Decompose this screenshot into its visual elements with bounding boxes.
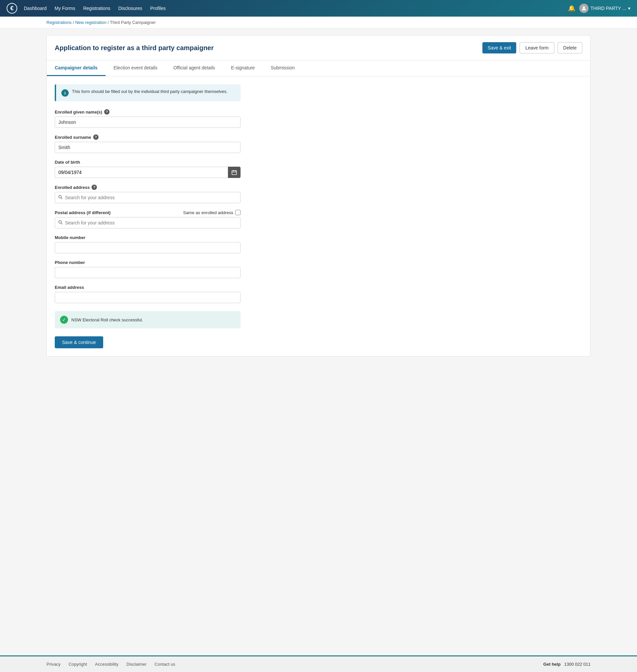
delete-button[interactable]: Delete	[558, 42, 582, 53]
dob-wrapper	[55, 167, 240, 178]
form-card: Application to register as a third party…	[47, 35, 590, 357]
postal-address-field-group: Postal address (if different) Same as en…	[55, 210, 582, 228]
given-name-label: Enrolled given name(s) ?	[55, 109, 582, 114]
main-content: Application to register as a third party…	[0, 29, 637, 655]
enrolled-address-input[interactable]	[55, 192, 240, 203]
breadcrumb-bar: Registrations / New registration / Third…	[0, 17, 637, 29]
breadcrumb-current: Third Party Campaigner	[110, 20, 156, 25]
date-calendar-button[interactable]	[228, 167, 240, 178]
form-title: Application to register as a third party…	[55, 44, 214, 52]
enrolled-address-help-icon[interactable]: ?	[92, 184, 97, 190]
surname-help-icon[interactable]: ?	[93, 135, 98, 140]
dob-field-group: Date of birth	[55, 160, 582, 178]
nav-link-registrations[interactable]: Registrations	[83, 6, 110, 11]
postal-address-input[interactable]	[55, 217, 240, 228]
postal-address-label: Postal address (if different)	[55, 210, 110, 215]
mobile-label: Mobile number	[55, 235, 582, 240]
phone-field-group: Phone number	[55, 260, 582, 278]
info-box: i This form should be filled out by the …	[55, 84, 240, 101]
svg-point-0	[583, 6, 585, 8]
breadcrumb-new-registration[interactable]: New registration	[75, 20, 107, 25]
enrolled-address-label: Enrolled address ?	[55, 184, 582, 190]
success-text: NSW Electoral Roll check successful.	[71, 317, 143, 322]
surname-input[interactable]	[55, 142, 240, 153]
footer-link-privacy[interactable]: Privacy	[47, 662, 61, 667]
given-name-field-group: Enrolled given name(s) ?	[55, 109, 582, 128]
postal-address-search-icon	[58, 220, 63, 226]
nav-link-my-forms[interactable]: My Forms	[55, 6, 75, 11]
svg-rect-1	[232, 171, 237, 175]
svg-line-6	[61, 198, 63, 199]
enrolled-address-search-icon	[58, 195, 63, 200]
success-check-icon: ✓	[60, 316, 68, 324]
form-tabs: Campaigner details Election event detail…	[47, 60, 590, 76]
leave-form-button[interactable]: Leave form	[520, 42, 554, 53]
postal-address-wrapper	[55, 217, 240, 228]
svg-point-7	[59, 221, 61, 224]
dob-label: Date of birth	[55, 160, 582, 165]
form-header: Application to register as a third party…	[47, 36, 590, 60]
breadcrumb: Registrations / New registration / Third…	[47, 20, 590, 25]
footer-links: Privacy Copyright Accessibility Disclaim…	[47, 662, 175, 667]
form-header-buttons: Save & exit Leave form Delete	[483, 42, 582, 53]
svg-line-8	[61, 223, 63, 225]
info-icon: i	[61, 89, 69, 96]
phone-label: Phone number	[55, 260, 582, 265]
user-avatar	[579, 4, 588, 13]
user-dropdown-icon[interactable]: ▾	[628, 6, 630, 11]
nav-logo: €	[7, 3, 17, 14]
footer-link-copyright[interactable]: Copyright	[69, 662, 87, 667]
tab-campaigner-details[interactable]: Campaigner details	[47, 60, 106, 76]
breadcrumb-registrations[interactable]: Registrations	[47, 20, 72, 25]
surname-field-group: Enrolled surname ?	[55, 135, 582, 153]
nav-user-menu[interactable]: THIRD PARTY ... ▾	[579, 4, 630, 13]
footer-link-contact[interactable]: Contact us	[154, 662, 175, 667]
given-name-input[interactable]	[55, 117, 240, 128]
phone-input[interactable]	[55, 267, 240, 278]
same-as-enrolled-checkbox[interactable]	[235, 210, 240, 215]
success-box: ✓ NSW Electoral Roll check successful.	[55, 311, 240, 329]
footer-help: Get help 1300 022 011	[543, 662, 590, 667]
tab-e-signature[interactable]: E-signature	[223, 60, 263, 76]
footer-link-disclaimer[interactable]: Disclaimer	[126, 662, 147, 667]
nav-right: 🔔 THIRD PARTY ... ▾	[568, 4, 630, 13]
tab-submission[interactable]: Submission	[263, 60, 303, 76]
save-continue-button[interactable]: Save & continue	[55, 336, 103, 348]
nav-bar: € Dashboard My Forms Registrations Discl…	[0, 0, 637, 17]
tab-election-event[interactable]: Election event details	[106, 60, 165, 76]
same-as-enrolled-wrapper: Same as enrolled address	[183, 210, 240, 215]
enrolled-address-field-group: Enrolled address ?	[55, 184, 582, 203]
surname-label: Enrolled surname ?	[55, 135, 582, 140]
mobile-input[interactable]	[55, 242, 240, 253]
help-phone: 1300 022 011	[564, 662, 590, 667]
svg-point-5	[59, 196, 61, 198]
given-name-help-icon[interactable]: ?	[104, 109, 109, 114]
bell-icon[interactable]: 🔔	[568, 5, 575, 12]
postal-label-row: Postal address (if different) Same as en…	[55, 210, 240, 215]
nav-link-disclosures[interactable]: Disclosures	[118, 6, 142, 11]
enrolled-address-wrapper	[55, 192, 240, 203]
footer-link-accessibility[interactable]: Accessibility	[95, 662, 119, 667]
calendar-icon	[232, 170, 237, 175]
dob-input[interactable]	[55, 167, 228, 178]
save-exit-button[interactable]: Save & exit	[483, 42, 516, 53]
tab-official-agent[interactable]: Official agent details	[165, 60, 223, 76]
user-label: THIRD PARTY ...	[590, 6, 626, 11]
breadcrumb-sep-1: /	[73, 20, 75, 25]
nav-links: Dashboard My Forms Registrations Disclos…	[24, 6, 568, 11]
nav-link-dashboard[interactable]: Dashboard	[24, 6, 47, 11]
email-field-group: Email address	[55, 285, 582, 303]
email-label: Email address	[55, 285, 582, 290]
footer: Privacy Copyright Accessibility Disclaim…	[0, 655, 637, 672]
form-body: i This form should be filled out by the …	[47, 76, 590, 356]
get-help-label: Get help	[543, 662, 561, 667]
mobile-field-group: Mobile number	[55, 235, 582, 253]
info-text: This form should be filled out by the in…	[72, 89, 228, 94]
email-input[interactable]	[55, 292, 240, 303]
same-as-enrolled-label: Same as enrolled address	[183, 210, 233, 215]
nav-link-profiles[interactable]: Profiles	[150, 6, 166, 11]
